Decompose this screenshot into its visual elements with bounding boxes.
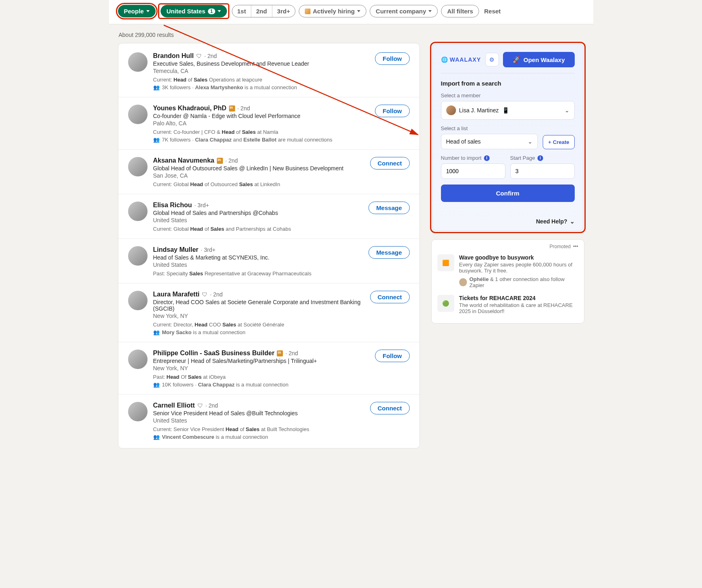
person-name[interactable]: Aksana Navumenka (153, 157, 214, 164)
promo-title: Tickets for REHACARE 2024 (459, 295, 578, 301)
plus-icon: + (548, 139, 551, 145)
filter-1st[interactable]: 1st (232, 5, 251, 17)
reset-button[interactable]: Reset (484, 8, 501, 15)
message-button[interactable]: Message (368, 246, 409, 259)
location: Palo Alto, CA (153, 120, 370, 127)
need-help-link[interactable]: Need Help? ⌄ (441, 218, 575, 225)
rocket-icon: 🚀 (513, 56, 520, 63)
promoted-item[interactable]: 🟢 Tickets for REHACARE 2024 The world of… (437, 292, 578, 318)
person-name[interactable]: Younes Khadraoui, PhD (153, 105, 227, 112)
more-icon[interactable]: ••• (573, 244, 578, 249)
chevron-down-icon (146, 10, 150, 12)
number-label-text: Number to import (441, 155, 482, 161)
person-name[interactable]: Elisa Richou (153, 202, 192, 209)
person-name[interactable]: Lindsay Muller (153, 246, 199, 253)
follow-button[interactable]: Follow (375, 350, 410, 362)
avatar[interactable] (128, 105, 148, 124)
chevron-down-icon (218, 10, 221, 12)
info-icon[interactable]: i (537, 155, 543, 161)
verified-shield-icon: 🛡 (197, 402, 203, 409)
headline: Director, Head COO Sales at Societe Gene… (153, 299, 364, 312)
avatar[interactable] (128, 291, 148, 310)
linkedin-gold-icon (217, 158, 223, 164)
location: Temecula, CA (153, 68, 370, 74)
people-icon: 👥 (153, 84, 160, 90)
headline: Co-founder @ Namla - Edge with Cloud lev… (153, 113, 370, 119)
person-row: Brandon Hull 🛡 · 2nd Executive Sales, Bu… (118, 45, 419, 97)
headline: Global Head of Outsourced Sales @ Linked… (153, 165, 364, 172)
person-name[interactable]: Philippe Collin - SaaS Business Builder (153, 350, 275, 357)
filter-people-label: People (124, 8, 144, 15)
connect-button[interactable]: Connect (370, 291, 410, 303)
person-row: Lindsay Muller · 3rd+ Head of Sales & Ma… (118, 239, 419, 283)
filter-current-company[interactable]: Current company (370, 5, 438, 17)
connect-button[interactable]: Connect (370, 402, 410, 414)
waalaxy-logo: 🌐 WAALAXY (441, 56, 481, 63)
highlight-people: People (118, 5, 156, 17)
avatar[interactable] (128, 52, 148, 72)
people-icon: 👥 (153, 382, 160, 388)
person-row: Younes Khadraoui, PhD · 2nd Co-founder @… (118, 97, 419, 150)
open-waalaxy-button[interactable]: 🚀 Open Waalaxy (503, 52, 575, 67)
chevron-down-icon: ⌄ (570, 218, 575, 225)
create-list-button[interactable]: + Create (543, 135, 574, 149)
list-value: Head of sales (446, 138, 481, 145)
verified-shield-icon: 🛡 (196, 53, 202, 59)
person-name[interactable]: Laura Marafetti (153, 291, 200, 298)
avatar[interactable] (128, 246, 148, 266)
waalaxy-panel: 🌐 WAALAXY ⚙ 🚀 Open Waalaxy Import (432, 44, 583, 231)
person-name[interactable]: Carnell Elliott (153, 402, 195, 409)
member-label: Select a member (441, 92, 575, 99)
headline: Global Head of Sales and Partnerships @C… (153, 210, 363, 216)
start-page-input[interactable] (510, 163, 575, 179)
filter-all[interactable]: All filters (441, 5, 479, 17)
follow-button[interactable]: Follow (375, 52, 410, 65)
open-waalaxy-label: Open Waalaxy (524, 56, 565, 63)
filter-company-label: Current company (376, 8, 426, 15)
avatar[interactable] (128, 350, 148, 369)
promo-thumb: 🟧 (437, 254, 454, 271)
mutual-line: 👥Mory Sacko is a mutual connection (153, 329, 364, 335)
filter-3rd[interactable]: 3rd+ (272, 5, 295, 17)
number-to-import-input[interactable] (441, 163, 505, 179)
message-button[interactable]: Message (368, 202, 409, 214)
promoted-card: Promoted ••• 🟧 Wave goodbye to busywork … (431, 239, 584, 324)
linkedin-gold-icon (229, 105, 235, 112)
member-select[interactable]: Lisa J. Martinez 📱 ⌄ (441, 101, 575, 120)
info-icon[interactable]: i (484, 155, 490, 161)
filter-hiring-label: Actively hiring (313, 8, 355, 15)
settings-button[interactable]: ⚙ (485, 53, 499, 67)
avatar[interactable] (128, 157, 148, 176)
promo-title: Wave goodbye to busywork (459, 254, 578, 261)
current-past-line: Current: Director, Head COO Sales at Soc… (153, 322, 364, 328)
person-name[interactable]: Brandon Hull (153, 52, 194, 60)
degree-label: · 3rd+ (201, 247, 216, 253)
current-past-line: Past: Head Of Sales at iObeya (153, 374, 370, 380)
list-select[interactable]: Head of sales ⌄ (441, 134, 538, 149)
avatar[interactable] (128, 202, 148, 221)
people-icon: 👥 (153, 434, 160, 440)
need-help-label: Need Help? (536, 218, 567, 225)
filter-people[interactable]: People (118, 5, 156, 17)
people-icon: 👥 (153, 329, 160, 335)
results-count: About 299,000 results (118, 24, 584, 43)
highlight-waalaxy: 🌐 WAALAXY ⚙ 🚀 Open Waalaxy Import (431, 43, 584, 232)
mutual-line: 👥3K followers · Alexa Martyshenko is a m… (153, 84, 370, 90)
gear-icon: ⚙ (489, 56, 494, 63)
avatar (446, 105, 456, 115)
promoted-item[interactable]: 🟧 Wave goodbye to busywork Every day Zap… (437, 251, 578, 292)
globe-icon: 🌐 (441, 56, 448, 63)
person-row: Carnell Elliott 🛡 · 2nd Senior Vice Pres… (118, 395, 419, 446)
headline: Executive Sales, Business Development an… (153, 60, 370, 67)
linkedin-gold-icon (277, 350, 283, 356)
confirm-button[interactable]: Confirm (441, 185, 575, 202)
filter-location[interactable]: United States 1 (161, 5, 227, 17)
headline: Head of Sales & Marketing at SCYNEXIS, I… (153, 254, 363, 261)
connect-button[interactable]: Connect (370, 157, 410, 170)
filter-2nd[interactable]: 2nd (251, 5, 272, 17)
filter-actively-hiring[interactable]: Actively hiring (299, 5, 366, 17)
verified-shield-icon: 🛡 (202, 291, 208, 298)
number-label: Number to import i (441, 155, 505, 161)
avatar[interactable] (128, 402, 148, 421)
follow-button[interactable]: Follow (375, 105, 410, 117)
